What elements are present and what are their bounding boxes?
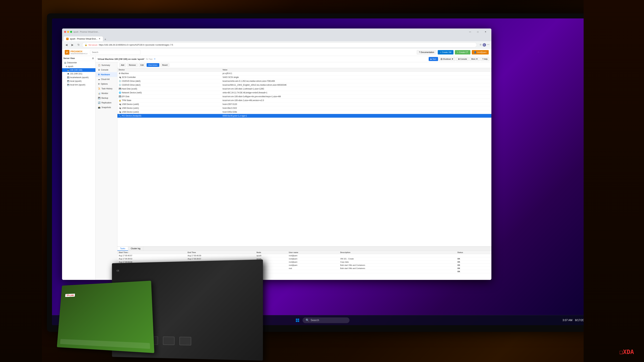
task-status: OK xyxy=(456,264,492,267)
table-row[interactable]: ⚙ Machine pc-q35-8.1 xyxy=(118,71,492,75)
start-button[interactable]: ▶ Start xyxy=(429,57,438,61)
device-cell: 🔌 USB Device (usb2) xyxy=(118,110,221,114)
device-cell: 🔧 PCI Device (hostpci0) xyxy=(118,114,221,118)
help-icon: ? xyxy=(419,51,420,53)
options-icon: ⚙ xyxy=(98,83,100,85)
nav-item-replication[interactable]: 🔄 Replication xyxy=(96,100,117,105)
hw-add-button[interactable]: Add xyxy=(119,63,126,67)
windows-start-button[interactable] xyxy=(294,317,300,323)
table-row[interactable]: 💾 EFI Disk local-lvm:vm-100-disk-0,efity… xyxy=(118,95,492,98)
device-cell: 🔌 USB Device (usb1) xyxy=(118,106,221,110)
table-row[interactable]: 🔌 USB Device (usb0) host=2357:0120 xyxy=(118,102,492,106)
sidebar-item-localnetwork[interactable]: 💾 localnetwork (ayush) xyxy=(62,76,96,79)
sidebar-item-datacenter[interactable]: 🏢 Datacenter xyxy=(62,61,96,64)
extension-icon[interactable]: E xyxy=(483,43,486,46)
nav-item-console[interactable]: 🖥 Console xyxy=(96,67,117,72)
table-row[interactable]: 🔌 SCSI Controller VirtIO SCSI single xyxy=(118,75,492,79)
help-button[interactable]: ? Help xyxy=(480,57,489,61)
device-icon: 🔌 xyxy=(119,103,121,105)
proxmox-header: P PROXMOX Virtual Environment 8.2.2 ? Do… xyxy=(62,49,492,56)
taskbar-search-box[interactable]: 🔍 Search xyxy=(302,318,350,323)
tasks-tab-cluster-log[interactable]: Cluster log xyxy=(128,247,143,251)
vm-action-buttons: ▶ Start ⏻ Shutdown ▼ 🖥 xyxy=(429,57,489,61)
sidebar-item-vm101[interactable]: 💻 101 (VM 101) xyxy=(62,72,96,76)
snapshots-icon: 📸 xyxy=(98,106,100,109)
nav-item-options[interactable]: ⚙ Options xyxy=(96,82,117,86)
task-user: root xyxy=(288,267,339,270)
bookmark-icon[interactable]: ☆ xyxy=(480,43,482,46)
hardware-panel: Add Remove Edit Disk Action Revert xyxy=(118,62,492,280)
col-end-time: End Time xyxy=(186,251,255,254)
tab-favicon: P xyxy=(66,38,68,40)
wall-right xyxy=(584,0,644,362)
hw-disk-action-button[interactable]: Disk Action xyxy=(146,63,159,67)
edit-tags-icon[interactable]: ✏ xyxy=(154,58,156,60)
task-status: OK xyxy=(456,270,492,273)
no-tags-label: No Tags xyxy=(146,58,152,60)
sidebar-item-local[interactable]: 💾 local (ayush) xyxy=(62,79,96,83)
sidebar-item-ayush[interactable]: 🖥 ayush xyxy=(62,64,96,68)
table-row[interactable]: 💾 Hard Disk (scsi0) local-lvm:vm-100-dis… xyxy=(118,87,492,91)
nav-item-monitor[interactable]: 📊 Monitor xyxy=(96,91,117,96)
usb-port-3 xyxy=(163,337,174,345)
task-status: OK xyxy=(456,257,492,260)
sidebar-item-local-lvm[interactable]: 💾 local-lvm (ayush) xyxy=(62,83,96,87)
user-menu-button[interactable]: 👤 root@pam xyxy=(472,50,489,54)
create-ct-button[interactable]: + Create CT xyxy=(455,50,470,54)
sidebar-settings-icon[interactable]: ⚙ xyxy=(92,57,94,60)
nav-item-snapshots[interactable]: 📸 Snapshots xyxy=(96,105,117,110)
nav-item-backup[interactable]: 💾 Backup xyxy=(96,96,117,100)
restore-button[interactable]: □ xyxy=(474,29,482,34)
tasks-tab-tasks[interactable]: Tasks xyxy=(118,247,128,251)
task-user: root@pam xyxy=(288,254,339,257)
table-row[interactable]: 🌐 Network Device (net0) virtio=BC:24:11:… xyxy=(118,91,492,95)
proxmox-search-input[interactable] xyxy=(90,50,140,55)
menu-icon[interactable]: ⋯ xyxy=(487,43,489,46)
documentation-button[interactable]: ? Documentation xyxy=(417,50,436,54)
table-row[interactable]: 💿 CD/DVD Drive (ide2) local:iso/Win11_23… xyxy=(118,83,492,87)
nav-item-cloudinit[interactable]: ☁ Cloud-Init xyxy=(96,77,117,82)
table-row[interactable]: 🔧 PCI Device (hostpci0) 0000:0a:00,pcie=… xyxy=(118,114,492,118)
nav-item-hardware[interactable]: ⚙ Hardware xyxy=(96,72,117,77)
new-tab-button[interactable]: + xyxy=(103,38,108,41)
browser-navbar: ◀ ▶ ↻ 🔓 Not secure https://192.168.29.32… xyxy=(62,41,492,49)
tab-label: ayush - Proxmox Virtual Envi... xyxy=(70,38,98,40)
vm-header: Virtual Machine 100 (VM 100) on node 'ay… xyxy=(96,56,492,62)
table-row[interactable]: 💿 CD/DVD Drive (ide0) local:iso/virtio-w… xyxy=(118,79,492,83)
refresh-button[interactable]: ↻ xyxy=(76,42,81,47)
hardware-toolbar: Add Remove Edit Disk Action Revert xyxy=(118,62,492,68)
nav-item-summary[interactable]: 📋 Summary xyxy=(96,63,117,67)
list-item[interactable]: Aug 17 00:39:53 Aug 17 00:39:57 ayush ro… xyxy=(118,257,492,260)
table-row[interactable]: 🔌 USB Device (usb2) host=045e:028e xyxy=(118,110,492,114)
storage-icon: 💾 xyxy=(67,76,70,79)
tab-close-icon[interactable]: ✕ xyxy=(99,38,100,40)
minimize-button[interactable]: — xyxy=(466,29,474,34)
nav-item-taskhistory[interactable]: 📜 Task History xyxy=(96,86,117,91)
more-button[interactable]: More ▼ xyxy=(470,57,480,61)
list-item[interactable]: Aug 17 00:40:57 Aug 17 00:40:59 ayush ro… xyxy=(118,254,492,257)
back-button[interactable]: ◀ xyxy=(64,42,69,47)
hw-revert-button[interactable]: Revert xyxy=(160,63,170,67)
minimize-dot[interactable] xyxy=(67,31,69,33)
hw-edit-button[interactable]: Edit xyxy=(139,63,146,67)
forward-button[interactable]: ▶ xyxy=(70,42,75,47)
url-bar[interactable]: 🔓 Not secure https://192.168.29.32:8006/… xyxy=(82,42,477,47)
console-button[interactable]: 🖥 Console xyxy=(456,57,469,61)
shutdown-button[interactable]: ⏻ Shutdown ▼ xyxy=(439,57,455,61)
create-vm-button[interactable]: + Create VM xyxy=(438,50,454,54)
close-dot[interactable] xyxy=(64,31,66,33)
table-row[interactable]: 🔌 USB Device (usb1) host=0bc2:2322 xyxy=(118,106,492,110)
browser-tab-proxmox[interactable]: P ayush - Proxmox Virtual Envi... ✕ xyxy=(64,36,103,41)
server-view-label: Server View xyxy=(64,57,75,59)
task-desc: VM 101 - Create xyxy=(339,257,456,260)
table-row[interactable]: 🔒 TPM State local-lvm:vm-100-disk-2,size… xyxy=(118,98,492,102)
console-nav-icon: 🖥 xyxy=(98,69,100,71)
start-icon: ▶ xyxy=(430,58,432,60)
sidebar-item-vm100[interactable]: 💻 100 (VM 100) xyxy=(62,68,96,72)
proxmox-logo-icon: P xyxy=(65,50,70,55)
device-cell: 💿 CD/DVD Drive (ide2) xyxy=(118,83,221,87)
close-button[interactable]: ✕ xyxy=(482,29,489,34)
maximize-dot[interactable] xyxy=(70,31,72,33)
hw-remove-button[interactable]: Remove xyxy=(127,63,138,67)
wall-left xyxy=(0,0,42,362)
